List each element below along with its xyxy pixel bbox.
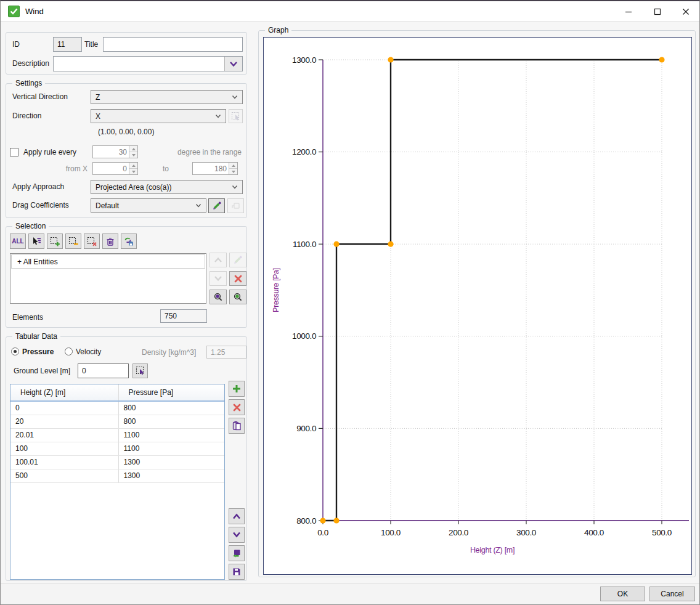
pressure-radio[interactable] [11,347,19,355]
selection-group: Selection ALL + All Entities [6,226,247,328]
maximize-button[interactable] [646,3,669,20]
cancel-button[interactable]: Cancel [649,587,695,601]
app-check-icon [8,6,20,17]
ground-level-input[interactable] [78,363,129,378]
table-cell[interactable]: 100 [10,442,118,455]
svg-text:200.0: 200.0 [449,528,468,537]
svg-text:1000.0: 1000.0 [292,331,316,341]
table-cell[interactable]: 20.01 [10,428,118,442]
titlebar: Wind [1,1,699,22]
table-cell[interactable]: 0 [10,401,118,415]
spinner-down-icon[interactable] [129,152,137,158]
spinner-down-icon[interactable] [229,168,237,174]
chart-panel: 0.0100.0200.0300.0400.0500.0800.0900.010… [263,37,692,575]
vertical-direction-value: Z [96,93,232,102]
chevron-down-icon [213,275,223,282]
svg-text:900.0: 900.0 [296,424,316,433]
edit-drag-coefficients-button[interactable] [208,198,225,213]
table-cell[interactable]: 800 [118,415,224,428]
row-down-button[interactable] [229,527,245,543]
table-row[interactable]: 1001100 [10,442,224,455]
apply-approach-combo[interactable]: Projected Area (cos(a)) [91,180,243,194]
velocity-radio-label[interactable]: Velocity [76,347,101,356]
box-select-subtract-button[interactable] [65,233,81,249]
box-select-add-button[interactable] [47,233,63,249]
table-row[interactable]: 20.011100 [10,428,224,442]
spinner-up-icon[interactable] [129,146,137,152]
description-combo[interactable] [53,56,243,71]
table-cell[interactable]: 1300 [118,469,224,482]
apply-rule-spinner[interactable]: 30 [92,145,138,158]
table-cell[interactable]: 1300 [118,455,224,469]
add-row-button[interactable] [229,381,245,397]
pencil-icon [233,255,243,265]
chevron-down-icon [232,185,238,189]
from-spinner[interactable]: 0 [92,162,138,175]
select-subtract-icon [68,237,78,246]
duplicate-icon [231,201,241,211]
table-row[interactable]: 0800 [10,401,224,415]
table-cell[interactable]: 1100 [118,428,224,442]
table-cell[interactable]: 1100 [118,442,224,455]
table-row[interactable]: 100.011300 [10,455,224,469]
zoom-fit-button[interactable] [229,290,246,304]
pressure-height-chart: 0.0100.0200.0300.0400.0500.0800.0900.010… [264,38,691,574]
select-all-label: ALL [12,238,23,245]
zoom-selected-button[interactable] [210,290,227,304]
settings-group: Settings Vertical Direction Z Direction … [6,83,247,218]
import-table-button[interactable] [229,545,245,561]
elements-count-field: 750 [160,309,207,323]
import-selection-button[interactable] [121,233,137,249]
svg-text:500.0: 500.0 [652,528,672,537]
vertical-direction-combo[interactable]: Z [91,90,243,104]
minimize-button[interactable] [617,3,640,20]
chevron-up-icon [213,256,223,264]
direction-combo[interactable]: X [91,109,226,123]
box-select-remove-button[interactable] [84,233,100,249]
data-table[interactable]: Height (Z) [m] Pressure [Pa] 08002080020… [10,384,225,580]
to-spinner[interactable]: 180 [192,162,238,175]
delete-row-button[interactable] [229,399,245,415]
table-cell[interactable]: 20 [10,415,118,428]
delete-entity-button[interactable] [229,271,246,286]
paste-table-button[interactable] [229,418,245,434]
table-cell[interactable]: 500 [10,469,118,482]
vertical-direction-label: Vertical Direction [12,92,68,101]
save-icon [232,567,242,577]
id-label: ID [12,40,20,49]
entities-list[interactable]: + All Entities [10,253,206,304]
spinner-up-icon[interactable] [129,163,137,168]
description-dropdown-button[interactable] [224,57,242,71]
column-header-pressure[interactable]: Pressure [Pa] [118,384,224,401]
to-value: 180 [193,163,229,174]
table-row[interactable]: 20800 [10,415,224,428]
pick-from-list-button[interactable] [28,233,44,249]
apply-rule-checkbox[interactable] [10,148,18,156]
list-item-all-entities[interactable]: + All Entities [11,254,205,269]
chevron-down-icon [232,531,242,538]
ok-button[interactable]: OK [600,587,645,601]
wind-dialog: Wind ID 11 Title Description Settings Ve… [0,0,700,605]
clear-selection-button[interactable] [102,233,118,249]
column-header-height[interactable]: Height (Z) [m] [10,384,118,401]
table-cell[interactable]: 100.01 [10,455,118,469]
ground-level-pick-button[interactable] [132,363,148,378]
from-value: 0 [93,163,129,174]
table-cell[interactable]: 800 [118,401,224,415]
velocity-radio[interactable] [65,347,73,355]
select-all-button[interactable]: ALL [10,233,26,249]
copy-drag-coefficients-button [227,198,244,213]
row-up-button[interactable] [229,508,245,524]
close-button[interactable] [675,3,697,20]
check-icon [10,8,18,15]
spinner-up-icon[interactable] [229,163,237,168]
tabular-data-group: Tabular Data Pressure Velocity Density [… [6,336,247,581]
pressure-radio-label[interactable]: Pressure [22,347,54,356]
title-label: Title [84,40,98,49]
density-field: 1.25 [206,346,246,359]
save-table-button[interactable] [229,564,245,580]
spinner-down-icon[interactable] [129,168,137,174]
title-input[interactable] [103,37,243,52]
drag-coefficients-combo[interactable]: Default [91,198,206,213]
table-row[interactable]: 5001300 [10,469,224,482]
